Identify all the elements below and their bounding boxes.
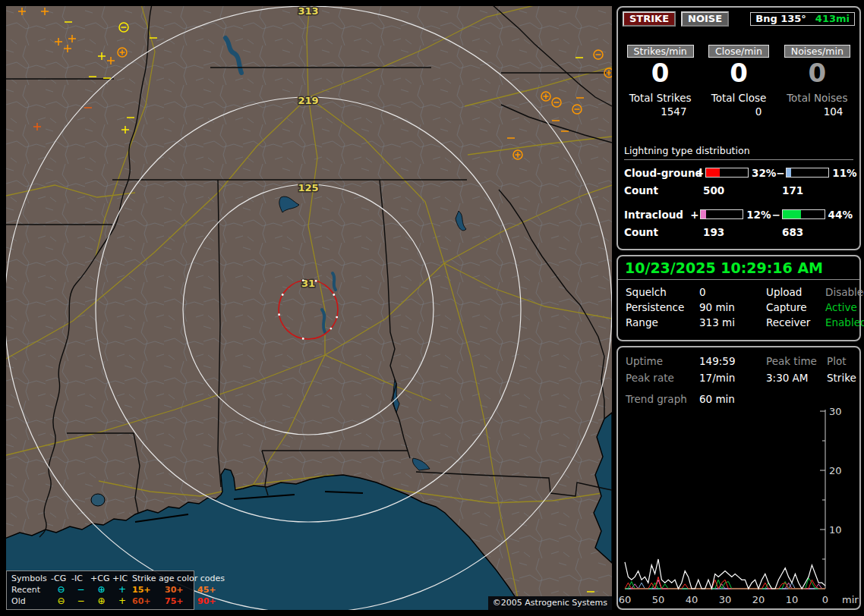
svg-text:50: 50 [652,594,665,605]
ic-positive-bar-fill [701,210,706,218]
recent-cg-neg-icon: ⊖ [51,584,71,596]
ic-positive-bar [700,209,743,219]
total-strikes-label: Total Strikes [629,92,692,104]
receiver-status: Enabled [825,315,864,330]
legend-header-neg-ic: -IC [71,573,90,584]
age-code-15: 15+ [132,584,165,596]
legend-header-pos-cg: +CG [90,573,112,584]
legend-header-neg-cg: -CG [51,573,71,584]
distance-value: 413mi [815,13,850,25]
ic-plus-sign: + [690,209,698,221]
old-cg-neg-icon: ⊖ [51,596,71,607]
peak-rate-value: 17/min [699,369,766,386]
strike-mode-button[interactable]: STRIKE [623,11,676,27]
ic-negative-pct: 44% [827,209,853,221]
intracloud-row: Intracloud + 12% − 44% [624,209,853,221]
persistence-value: 90 min [699,300,766,315]
strikes-per-min-value: 0 [651,60,670,87]
legend-header-symbols: Symbols [11,573,51,584]
bearing-value: Bng 135° [755,13,806,25]
copyright-notice: ©2005 Astrogenic Systems [488,596,612,610]
svg-text:30: 30 [719,594,732,605]
total-close-label: Total Close [711,92,767,104]
old-cg-pos-icon: ⊕ [90,596,112,607]
cg-minus-sign: − [776,167,784,179]
svg-text:40: 40 [686,594,698,605]
cloud-ground-row: Cloud-ground + 32% − 11% [624,167,853,179]
svg-text:60: 60 [619,594,631,605]
distribution-title: Lightning type distribution [624,145,853,160]
noises-per-min-button[interactable]: Noises/min [784,45,850,58]
cg-positive-pct: 32% [750,167,776,179]
peak-rate-label: Peak rate [626,369,699,386]
legend-header-pos-ic: +IC [112,573,132,584]
total-strikes-value: 1547 [629,105,692,118]
capture-label: Capture [766,300,825,315]
map-canvas[interactable]: 31321912531 [6,6,612,610]
close-per-min-button[interactable]: Close/min [708,45,769,58]
ic-positive-count: 193 [703,226,782,238]
svg-text:0: 0 [822,594,828,605]
legend-row-old-label: Old [11,596,51,607]
ic-minus-sign: − [772,209,780,221]
cg-negative-bar [786,168,829,178]
svg-text:10: 10 [786,594,799,605]
cg-negative-bar-fill [787,168,791,177]
peak-time-label: Peak time [766,353,827,369]
close-counter: Close/min 0 Total Close 0 [699,45,777,118]
cg-negative-count: 171 [782,184,850,196]
datetime-display: 10/23/2025 10:29:16 AM [618,256,859,280]
ic-negative-bar-fill [783,210,801,218]
svg-text:20: 20 [752,594,765,605]
strikes-per-min-button[interactable]: Strikes/min [627,45,694,58]
noise-mode-button[interactable]: NOISE [681,11,729,27]
ic-negative-bar [782,209,825,219]
trend-panel: Uptime 149:59 Peak time Plot Peak rate 1… [616,346,861,610]
ic-negative-count: 683 [782,226,850,238]
plot-label: Plot [827,353,856,369]
receiver-label: Receiver [766,315,825,330]
close-per-min-value: 0 [730,60,748,87]
strike-stats-panel: STRIKE NOISE Bng 135° 413mi Strikes/min … [616,6,861,250]
svg-text:125: 125 [298,182,318,193]
system-status-panel: 10/23/2025 10:29:16 AM Squelch 0 Upload … [616,255,861,341]
total-close-value: 0 [711,105,767,118]
capture-status: Active [825,300,864,315]
svg-text:31: 31 [301,278,315,289]
total-noises-label: Total Noises [787,92,847,104]
legend-age-header: Strike age color codes [132,573,230,584]
lightning-distribution: Lightning type distribution Cloud-ground… [618,145,859,238]
svg-text:20: 20 [829,465,842,476]
recent-ic-pos-icon: + [112,584,132,596]
peak-time-value: 3:30 AM [766,369,827,386]
cloud-ground-count-row: Count 500 171 [624,184,853,196]
intracloud-label: Intracloud [624,209,690,221]
cg-positive-count: 500 [703,184,782,196]
plot-mode-value: Strike [827,369,856,386]
upload-status: Disabled [825,284,864,300]
age-code-60: 60+ [132,596,165,607]
recent-ic-neg-icon: − [71,584,90,596]
noises-counter: Noises/min 0 Total Noises 104 [778,45,856,118]
strikes-counter: Strikes/min 0 Total Strikes 1547 [621,45,699,118]
symbol-legend: Symbols -CG -IC +CG +IC Strike age color… [6,570,194,610]
lightning-map[interactable]: 31321912531 Symbols -CG -IC +CG +IC Stri… [6,6,612,610]
age-code-90: 90+ [197,596,230,607]
age-code-75: 75+ [165,596,197,607]
noises-per-min-value: 0 [808,60,826,87]
recent-cg-pos-icon: ⊕ [90,584,112,596]
cg-count-label: Count [624,184,703,196]
svg-text:10: 10 [829,524,842,536]
svg-text:min: min [842,594,859,605]
cg-positive-bar-fill [706,168,720,177]
persistence-label: Persistence [626,300,699,315]
uptime-value: 149:59 [699,353,766,369]
age-code-45: 45+ [197,584,230,596]
total-noises-value: 104 [787,105,847,118]
svg-text:219: 219 [298,95,318,106]
bearing-distance-display: Bng 135° 413mi [750,12,855,26]
squelch-label: Squelch [626,284,699,300]
ic-count-label: Count [624,226,703,238]
old-ic-neg-icon: − [71,596,90,607]
upload-label: Upload [766,284,825,300]
